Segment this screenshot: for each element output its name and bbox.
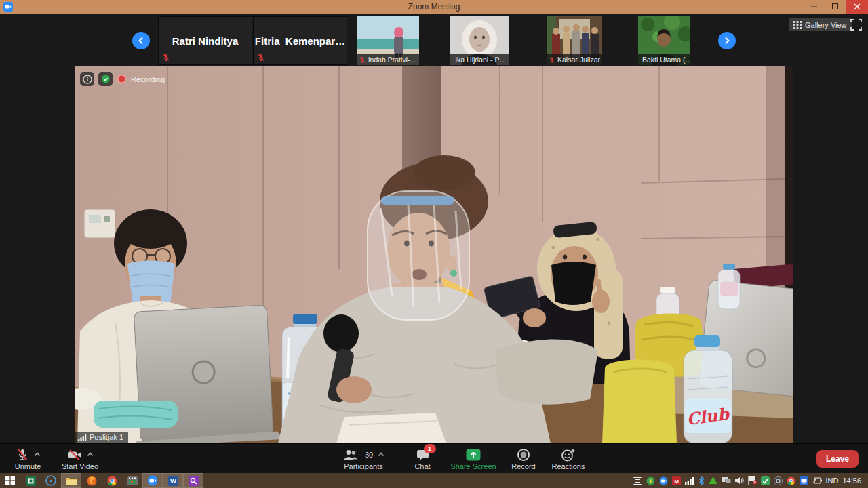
reactions-label: Reactions [552,463,585,470]
touch-keyboard-icon[interactable] [633,477,642,485]
minimize-button[interactable] [804,0,825,14]
participant-thumbnail[interactable]: Kaisar Julizar [547,16,602,65]
chevron-up-icon[interactable] [34,452,41,457]
unmute-label: Unmute [15,463,41,470]
close-button[interactable] [846,0,868,14]
start-button[interactable] [0,473,20,488]
mcafee-icon[interactable]: M [672,476,681,485]
media-player-icon[interactable] [122,473,142,488]
grid-icon [793,21,802,29]
recording-label: Recording [131,75,165,83]
encryption-shield-icon[interactable] [98,72,113,86]
chrome-tray-icon[interactable] [787,476,795,485]
face-shield [368,191,469,320]
language-indicator[interactable]: IND [826,476,839,485]
scroll-left-arrow[interactable] [132,32,150,49]
participant-name: Ika Hijriani - P… [455,56,507,64]
reactions-icon [561,448,576,462]
system-tray: M IND 14:56 [633,473,865,488]
participant-thumbnail[interactable]: Indah Prativi-… [357,16,419,65]
zoom-taskbar-icon[interactable] [142,473,163,488]
office-app-icon[interactable] [20,473,41,488]
bluetooth-icon[interactable] [698,476,705,485]
windows-logo-icon [5,476,15,485]
share-screen-label: Share Screen [450,463,496,470]
meeting-toolbar: Unmute Start Video 30 [0,443,868,473]
chrome-icon[interactable] [102,473,122,488]
volume-icon[interactable] [735,476,744,485]
gallery-view-button[interactable]: Gallery View [789,18,852,31]
record-label: Record [511,463,535,470]
chat-label: Chat [414,463,430,470]
participants-button[interactable]: 30 Participants [332,447,395,470]
participant-name: Indah Prativi-… [368,56,417,64]
water-bottle-bluecap [718,264,740,309]
speaker-name-label: Puslitjak 1 [75,432,128,443]
meeting-info-icon[interactable] [80,72,94,86]
clock[interactable]: 14:56 [842,476,861,485]
network-signal-icon[interactable] [685,476,694,485]
window-title: Zoom Meeting [0,2,868,12]
reactions-button[interactable]: Reactions [547,447,590,470]
windows-taskbar: e W M [0,473,868,488]
participant-name: Kaisar Julizar [557,56,600,64]
muted-camera-icon [67,448,82,462]
participant-name: Ratri Ninditya [172,35,239,47]
share-screen-icon [465,448,481,462]
battery-icon[interactable] [812,476,822,485]
record-button[interactable]: Record [505,447,542,470]
muted-mic-icon [359,56,366,64]
leave-label: Leave [826,454,849,464]
dual-monitor-icon[interactable] [722,477,731,485]
meeting-status-overlay: Recording [80,72,165,86]
firefox-icon[interactable] [81,473,102,488]
club-water-bottle: Club [684,336,732,443]
unmute-button[interactable]: Unmute [7,447,49,470]
start-video-button[interactable]: Start Video [57,447,103,470]
participants-label: Participants [344,463,382,470]
leave-button[interactable]: Leave [816,450,859,468]
record-icon [517,448,530,462]
chevron-up-icon[interactable] [87,452,94,457]
word-icon[interactable]: W [163,473,183,488]
papers [336,413,446,443]
fullscreen-icon[interactable] [850,19,862,30]
camera-tray-icon[interactable] [774,476,783,485]
wall-thermostat [84,209,115,238]
muted-mic-icon [16,448,29,462]
speaker-name: Puslitjak 1 [90,433,123,441]
signal-strength-icon [78,434,87,441]
search-app-icon[interactable] [183,473,203,488]
internet-explorer-icon[interactable]: e [41,473,61,488]
maximize-button[interactable] [825,0,846,14]
action-center-flag-icon[interactable] [748,476,757,485]
video-scene: Club [75,66,793,443]
participants-count: 30 [365,451,373,459]
graphics-icon[interactable] [709,476,717,485]
remote-desktop-icon[interactable] [800,476,808,485]
participant-thumbnail[interactable]: Ika Hijriani - P… [450,16,509,65]
participant-thumbnail[interactable]: Bakti Utama (… [638,16,690,65]
participant-name: Bakti Utama (… [642,56,690,64]
participant-thumbnail[interactable]: Fitria Kemenpar… [253,16,347,65]
muted-mic-icon [452,56,453,64]
zoom-tray-icon[interactable] [659,476,668,485]
recording-dot-icon [117,74,127,84]
scroll-right-arrow[interactable] [718,32,736,49]
muted-mic-icon [257,54,265,62]
chevron-up-icon[interactable] [378,452,384,457]
black-face-mask [551,262,596,305]
title-bar: Zoom Meeting [0,0,868,14]
start-video-label: Start Video [62,463,98,470]
file-explorer-icon[interactable] [61,473,81,488]
hand [336,376,372,403]
muted-mic-icon [162,54,170,62]
download-manager-icon[interactable] [646,476,655,485]
share-screen-button[interactable]: Share Screen [446,447,500,470]
chat-unread-badge: 1 [424,444,436,453]
participant-thumbnail[interactable]: Ratri Ninditya [158,16,252,65]
messaging-icon[interactable] [761,476,770,485]
svg-text:M: M [674,479,679,485]
chat-button[interactable]: 1 Chat [407,447,438,470]
conference-room-video: Club [75,66,793,443]
